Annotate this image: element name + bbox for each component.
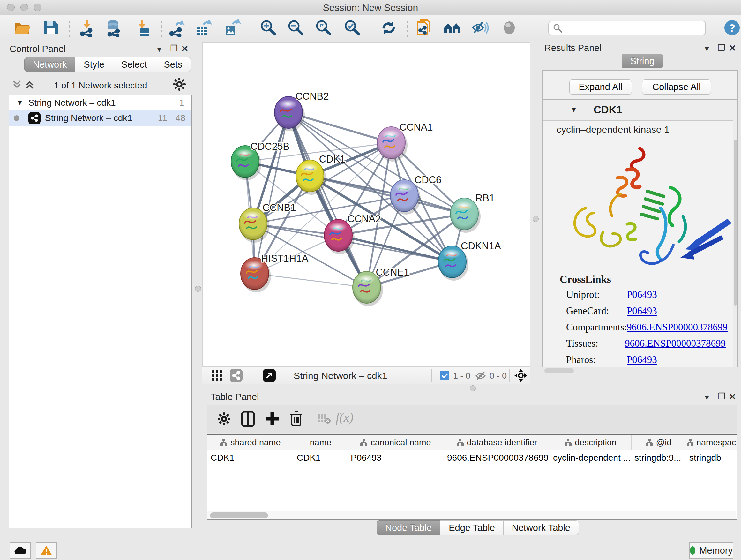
column-header[interactable]: description: [550, 435, 631, 450]
column-header[interactable]: namespac: [686, 435, 737, 450]
share-file-icon[interactable]: [415, 18, 434, 37]
export-network-icon[interactable]: [167, 18, 185, 37]
collapse-all-networks-icon[interactable]: [11, 79, 22, 91]
table-hscrollbar-thumb[interactable]: [210, 512, 268, 518]
tab-select[interactable]: Select: [113, 57, 156, 72]
column-tree-icon: [220, 439, 227, 446]
results-hscroll-thumb[interactable]: [544, 368, 574, 373]
results-panel-menu-icon[interactable]: ▾: [701, 44, 712, 54]
tab-network-table[interactable]: Network Table: [503, 520, 579, 535]
network-options-gear-icon[interactable]: [172, 77, 186, 92]
protein-card-header[interactable]: ▼ CDK1: [542, 100, 737, 121]
tab-node-table[interactable]: Node Table: [377, 520, 441, 535]
control-panel-menu-icon[interactable]: ▾: [154, 44, 165, 54]
selected-checkbox-icon[interactable]: [440, 371, 449, 381]
crosslink-link[interactable]: P06493: [627, 305, 657, 317]
table-panel-float-icon[interactable]: ❐: [716, 391, 727, 401]
collapse-all-button[interactable]: Collapse All: [642, 79, 711, 95]
create-column-plus-icon[interactable]: [265, 411, 280, 428]
cell-name[interactable]: CDK1: [293, 450, 347, 465]
tab-network[interactable]: Network: [24, 57, 75, 72]
results-panel-float-icon[interactable]: ❐: [716, 43, 727, 53]
network-node-label: CCNE1: [376, 266, 409, 278]
expand-all-button[interactable]: Expand All: [569, 79, 632, 95]
warning-icon[interactable]: [36, 542, 57, 559]
table-toolbar: f(x): [207, 405, 737, 433]
zoom-in-icon[interactable]: [259, 18, 278, 37]
show-all-eye-icon[interactable]: [500, 18, 519, 37]
tab-edge-table[interactable]: Edge Table: [441, 520, 503, 535]
home-icon[interactable]: [443, 18, 461, 37]
column-header[interactable]: shared name: [207, 435, 293, 450]
network-edge[interactable]: [255, 112, 288, 273]
table-row[interactable]: CDK1 CDK1 P06493 9606.ENSP00000378699 cy…: [207, 450, 737, 465]
network-label: String Network – cdk1: [45, 113, 132, 123]
crosslink-link[interactable]: 9606.ENSP00000378699: [627, 321, 728, 333]
search-field[interactable]: [548, 21, 706, 36]
save-session-icon[interactable]: [42, 18, 60, 37]
zoom-fit-icon[interactable]: [314, 18, 333, 37]
refresh-icon[interactable]: [380, 18, 398, 37]
cell-namespace[interactable]: stringdb: [686, 450, 737, 465]
table-settings-gear-icon[interactable]: [217, 412, 231, 427]
cell-database-identifier[interactable]: 9606.ENSP00000378699: [444, 450, 550, 465]
delete-column-trash-icon[interactable]: [289, 411, 303, 428]
network-view-canvas[interactable]: CCNB2CCNA1CDC25BCDK1CDC6RB1CCNB1CCNA2CDK…: [202, 43, 530, 367]
cloud-icon[interactable]: [10, 542, 30, 559]
network-share-icon[interactable]: [230, 369, 243, 383]
crosslink-link[interactable]: P06493: [627, 354, 657, 366]
import-network-database-icon[interactable]: [105, 18, 123, 37]
left-splitter-handle[interactable]: [195, 286, 201, 292]
show-columns-icon[interactable]: [241, 411, 255, 428]
export-table-icon[interactable]: [194, 18, 213, 37]
expand-all-networks-icon[interactable]: [24, 79, 35, 91]
zoom-out-icon[interactable]: [286, 18, 305, 37]
table-panel-close-icon[interactable]: ✕: [727, 392, 738, 402]
cell-id[interactable]: stringdb:9...: [631, 450, 686, 465]
crosslink-label: GeneCard:: [566, 305, 627, 317]
results-panel-close-icon[interactable]: ✕: [727, 43, 738, 53]
collapse-triangle-icon[interactable]: ▼: [16, 99, 23, 107]
table-panel-menu-icon[interactable]: ▾: [701, 392, 712, 402]
network-row[interactable]: String Network – cdk1 11 48: [9, 111, 191, 126]
crosslink-label: Uniprot:: [566, 289, 627, 300]
open-in-new-window-icon[interactable]: [263, 369, 276, 383]
crosslink-link[interactable]: P06493: [627, 289, 657, 300]
tab-sets[interactable]: Sets: [155, 57, 191, 72]
network-node-label: RB1: [475, 192, 495, 204]
right-splitter-handle[interactable]: [533, 216, 539, 222]
column-tree-icon: [646, 439, 653, 446]
cell-description[interactable]: cyclin-dependent ...: [550, 450, 631, 465]
control-panel-close-icon[interactable]: ✕: [179, 44, 190, 54]
window-title: Session: New Session: [0, 2, 741, 13]
hide-selected-eye-icon[interactable]: [471, 18, 489, 37]
import-network-file-icon[interactable]: [77, 18, 96, 37]
column-header[interactable]: name: [293, 435, 347, 450]
grid-view-icon[interactable]: [211, 370, 223, 382]
horizontal-splitter-handle[interactable]: [470, 385, 476, 391]
tab-style[interactable]: Style: [75, 57, 113, 72]
column-header[interactable]: database identifier: [444, 435, 550, 450]
help-icon[interactable]: ?: [724, 20, 740, 36]
memory-button[interactable]: Memory: [689, 542, 733, 559]
network-edge[interactable]: [255, 273, 367, 287]
network-collection-row[interactable]: ▼ String Network – cdk1 1: [9, 95, 191, 111]
cell-shared-name[interactable]: CDK1: [207, 450, 293, 465]
birds-eye-view-icon[interactable]: [514, 368, 528, 384]
selected-node-edge-count: 1 - 0: [453, 371, 470, 381]
tab-string[interactable]: String: [622, 54, 663, 68]
zoom-selected-icon[interactable]: [343, 18, 361, 37]
collapse-triangle-icon[interactable]: ▼: [570, 105, 578, 114]
export-image-icon[interactable]: [223, 18, 241, 37]
control-panel-float-icon[interactable]: ❐: [169, 44, 179, 54]
import-table-file-icon[interactable]: [133, 18, 151, 37]
column-header[interactable]: @id: [631, 435, 686, 450]
cell-canonical-name[interactable]: P06493: [347, 450, 444, 465]
column-header[interactable]: canonical name: [347, 435, 444, 450]
crosslink-link[interactable]: 9606.ENSP00000378699: [625, 338, 726, 349]
open-session-icon[interactable]: [13, 18, 31, 37]
table-hscrollbar[interactable]: [207, 511, 736, 519]
results-scrollbar[interactable]: [733, 120, 738, 367]
network-node-label: CCNA2: [347, 213, 381, 225]
results-scrollbar-thumb[interactable]: [734, 139, 737, 306]
